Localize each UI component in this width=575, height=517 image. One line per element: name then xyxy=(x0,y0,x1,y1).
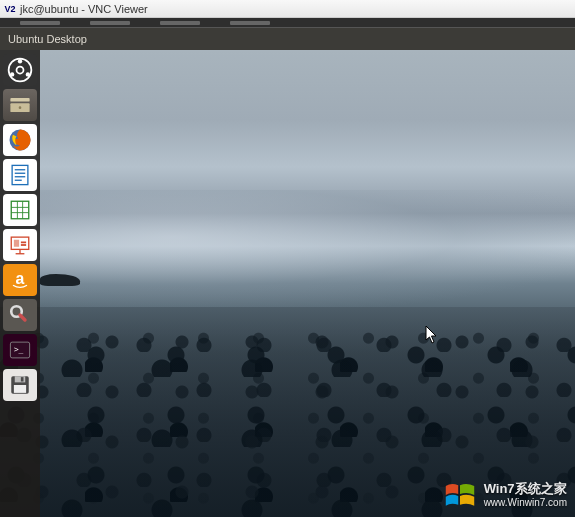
desktop-area[interactable]: a >_ xyxy=(0,50,575,517)
launcher-item-writer[interactable] xyxy=(3,159,37,191)
wallpaper-rock xyxy=(40,274,80,286)
panel-title: Ubuntu Desktop xyxy=(8,33,87,45)
vnc-window-title: jkc@ubuntu - VNC Viewer xyxy=(20,3,148,15)
launcher-item-dash[interactable] xyxy=(3,54,37,86)
watermark: Win7系统之家 www.Winwin7.com xyxy=(442,479,567,511)
launcher-item-firefox[interactable] xyxy=(3,124,37,156)
launcher-item-amazon[interactable]: a xyxy=(3,264,37,296)
unity-launcher: a >_ xyxy=(0,50,40,517)
launcher-item-disk[interactable] xyxy=(3,369,37,401)
amazon-icon: a xyxy=(6,266,34,294)
svg-point-1 xyxy=(18,59,22,63)
vnc-logo-icon: V2 xyxy=(4,3,16,15)
document-writer-icon xyxy=(6,161,34,189)
launcher-item-impress[interactable] xyxy=(3,229,37,261)
svg-rect-9 xyxy=(12,165,28,184)
svg-rect-32 xyxy=(21,377,24,381)
presentation-impress-icon xyxy=(6,231,34,259)
launcher-item-calc[interactable] xyxy=(3,194,37,226)
launcher-item-files[interactable] xyxy=(3,89,37,121)
floppy-disk-icon xyxy=(6,371,34,399)
files-icon xyxy=(6,91,34,119)
svg-point-7 xyxy=(19,106,22,109)
watermark-line1: Win7系统之家 xyxy=(484,481,567,497)
vnc-titlebar: V2 jkc@ubuntu - VNC Viewer xyxy=(0,0,575,18)
svg-rect-20 xyxy=(14,240,19,247)
svg-text:a: a xyxy=(16,270,25,287)
svg-point-3 xyxy=(26,72,30,76)
launcher-item-terminal[interactable]: >_ xyxy=(3,334,37,366)
firefox-icon xyxy=(6,126,34,154)
svg-rect-33 xyxy=(14,385,26,393)
terminal-icon: >_ xyxy=(6,336,34,364)
spreadsheet-calc-icon xyxy=(6,196,34,224)
svg-point-4 xyxy=(17,67,24,74)
watermark-line2: www.Winwin7.com xyxy=(484,497,567,509)
svg-rect-5 xyxy=(10,98,29,102)
ubuntu-dash-icon xyxy=(6,56,34,84)
ubuntu-top-panel: Ubuntu Desktop xyxy=(0,28,575,50)
svg-point-2 xyxy=(10,72,14,76)
desktop-wallpaper xyxy=(0,50,575,517)
svg-rect-14 xyxy=(11,201,29,219)
windows-logo-icon xyxy=(442,479,478,511)
launcher-item-settings[interactable] xyxy=(3,299,37,331)
svg-rect-31 xyxy=(15,376,26,382)
background-window-bar xyxy=(0,18,575,28)
svg-rect-22 xyxy=(21,244,26,246)
gear-wrench-icon xyxy=(6,301,34,329)
svg-text:>_: >_ xyxy=(14,345,24,354)
svg-rect-21 xyxy=(21,242,26,244)
